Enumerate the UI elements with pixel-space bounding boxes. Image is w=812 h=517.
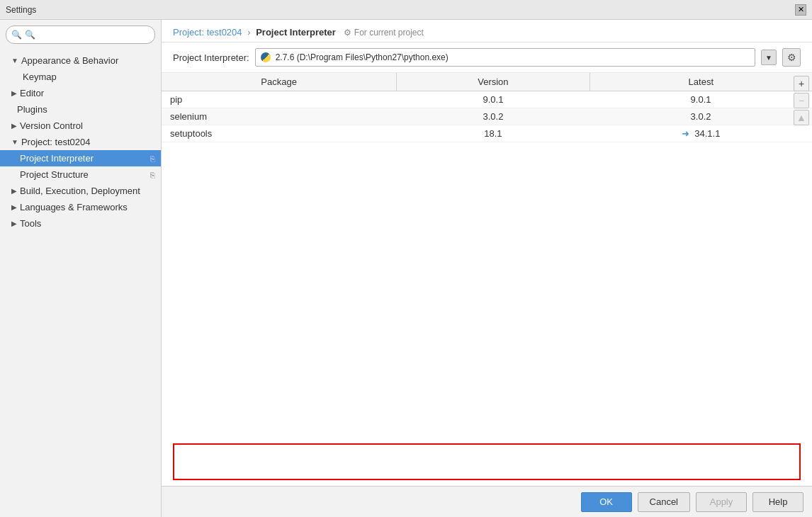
sidebar-item-plugins[interactable]: Plugins	[0, 101, 161, 118]
sidebar-item-label: Tools	[20, 218, 41, 229]
packages-table: Package Version Latest pip9.0.19.0.1sele…	[162, 73, 812, 142]
title-bar-text: Settings	[6, 5, 36, 15]
breadcrumb-current: Project Interpreter	[256, 27, 336, 38]
for-project-label: ⚙ For current project	[344, 28, 423, 38]
content-area: Project: test0204 › Project Interpreter …	[162, 20, 812, 517]
interpreter-dropdown-button[interactable]: ▼	[761, 50, 777, 65]
sidebar-item-label: Keymap	[23, 72, 57, 82]
copy-icon: ⎘	[150, 171, 155, 179]
packages-table-wrapper: Package Version Latest pip9.0.19.0.1sele…	[162, 73, 812, 438]
package-version: 18.1	[397, 125, 590, 142]
expand-arrow-icon: ▶	[11, 187, 17, 195]
remove-package-button[interactable]: −	[794, 93, 809, 108]
ok-button[interactable]: OK	[581, 492, 632, 512]
cancel-button[interactable]: Cancel	[638, 492, 690, 512]
sidebar-item-label: Build, Execution, Deployment	[20, 186, 140, 196]
sidebar-item-project-structure[interactable]: Project Structure ⎘	[0, 166, 161, 183]
breadcrumb-separator: ›	[247, 27, 250, 38]
sidebar-item-label: Project Interpreter	[20, 153, 94, 164]
sidebar-item-keymap[interactable]: Keymap	[0, 69, 161, 85]
close-button[interactable]: ✕	[795, 4, 806, 16]
sidebar-item-build-execution[interactable]: ▶ Build, Execution, Deployment	[0, 183, 161, 199]
package-name: pip	[162, 91, 397, 108]
red-box-area	[173, 443, 801, 480]
sidebar-nav: ▼ Appearance & Behavior Keymap ▶ Editor …	[0, 50, 161, 517]
package-name: setuptools	[162, 125, 397, 142]
copy-icon: ⎘	[150, 154, 155, 163]
title-bar: Settings ✕	[0, 0, 812, 20]
table-row[interactable]: pip9.0.19.0.1	[162, 91, 812, 108]
interpreter-select[interactable]: 2.7.6 (D:\Program Files\Python27\python.…	[255, 48, 755, 67]
interpreter-value: 2.7.6 (D:\Program Files\Python27\python.…	[276, 52, 750, 62]
sidebar: 🔍 ▼ Appearance & Behavior Keymap ▶ Edito…	[0, 20, 162, 517]
sidebar-item-editor[interactable]: ▶ Editor	[0, 85, 161, 101]
interpreter-row: Project Interpreter: 2.7.6 (D:\Program F…	[162, 42, 812, 73]
search-icon: 🔍	[11, 30, 22, 40]
package-version: 9.0.1	[397, 91, 590, 108]
expand-arrow-icon: ▼	[11, 57, 18, 64]
package-name: selenium	[162, 108, 397, 125]
sidebar-item-label: Plugins	[17, 104, 47, 115]
sidebar-item-label: Appearance & Behavior	[21, 55, 118, 66]
upgrade-package-button[interactable]: ▲	[794, 110, 809, 125]
package-version: 3.0.2	[397, 108, 590, 125]
package-latest: ➜ 34.1.1	[590, 125, 812, 142]
expand-arrow-icon: ▶	[11, 122, 17, 130]
col-version: Version	[397, 73, 590, 91]
sidebar-item-label: Project Structure	[20, 169, 89, 180]
interpreter-label: Project Interpreter:	[173, 52, 249, 63]
expand-arrow-icon: ▶	[11, 89, 17, 97]
table-row[interactable]: selenium3.0.23.0.2	[162, 108, 812, 125]
col-package: Package	[162, 73, 397, 91]
sidebar-item-appearance-behavior[interactable]: ▼ Appearance & Behavior	[0, 52, 161, 69]
main-container: 🔍 ▼ Appearance & Behavior Keymap ▶ Edito…	[0, 20, 812, 517]
search-input[interactable]	[6, 25, 155, 44]
sidebar-item-label: Project: test0204	[21, 137, 91, 147]
table-header-row: Package Version Latest	[162, 73, 812, 91]
apply-button[interactable]: Apply	[696, 492, 747, 512]
help-button[interactable]: Help	[752, 492, 803, 512]
sidebar-item-label: Editor	[20, 88, 44, 98]
table-row[interactable]: setuptools18.1➜ 34.1.1	[162, 125, 812, 142]
col-latest: Latest	[590, 73, 812, 91]
sidebar-item-languages-frameworks[interactable]: ▶ Languages & Frameworks	[0, 199, 161, 215]
expand-arrow-icon: ▶	[11, 203, 17, 211]
sidebar-item-project[interactable]: ▼ Project: test0204	[0, 134, 161, 150]
bottom-bar: OK Cancel Apply Help	[162, 486, 812, 517]
update-arrow-icon: ➜	[682, 128, 692, 139]
sidebar-item-version-control[interactable]: ▶ Version Control	[0, 118, 161, 134]
packages-table-scroll[interactable]: Package Version Latest pip9.0.19.0.1sele…	[162, 73, 812, 438]
breadcrumb-project[interactable]: Project: test0204	[173, 27, 242, 38]
search-box[interactable]: 🔍	[6, 25, 155, 44]
sidebar-item-label: Languages & Frameworks	[20, 202, 128, 212]
expand-arrow-icon: ▶	[11, 220, 17, 227]
package-latest: 9.0.1	[590, 91, 812, 108]
breadcrumb: Project: test0204 › Project Interpreter …	[162, 20, 812, 42]
add-package-button[interactable]: +	[794, 76, 809, 91]
python-icon	[260, 52, 271, 63]
interpreter-gear-button[interactable]: ⚙	[782, 48, 801, 67]
package-latest: 3.0.2	[590, 108, 812, 125]
sidebar-item-tools[interactable]: ▶ Tools	[0, 215, 161, 232]
sidebar-item-project-interpreter[interactable]: Project Interpreter ⎘	[0, 150, 161, 166]
sidebar-item-label: Version Control	[20, 120, 83, 131]
side-buttons: + − ▲	[791, 73, 812, 128]
expand-arrow-icon: ▼	[11, 138, 18, 146]
